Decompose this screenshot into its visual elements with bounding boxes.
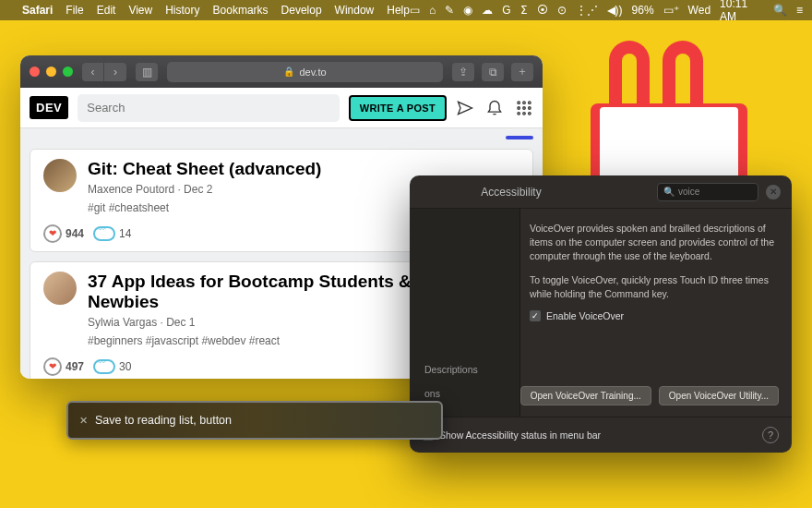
notification-center-icon[interactable]: ≡	[796, 4, 803, 17]
voiceover-text: Save to reading list, button	[95, 414, 232, 427]
forward-button[interactable]: ›	[104, 63, 126, 81]
dev-site-header: DEV WRITE A POST	[20, 88, 543, 128]
maximize-icon[interactable]	[63, 67, 73, 77]
svg-point-7	[523, 112, 526, 115]
svg-point-6	[518, 112, 520, 115]
enable-voiceover-checkbox[interactable]: ✓Enable VoiceOver	[530, 310, 777, 321]
reaction-count: 944	[66, 227, 84, 240]
reaction-count: 497	[66, 360, 84, 373]
clock-day[interactable]: Wed	[688, 4, 710, 17]
write-post-button[interactable]: WRITE A POST	[349, 95, 447, 121]
post-author[interactable]: Sylwia Vargas	[88, 316, 157, 329]
address-bar[interactable]: 🔒 dev.to	[167, 62, 443, 82]
comment-count: 14	[119, 227, 131, 240]
accessibility-icon[interactable]: ⦿	[537, 4, 548, 17]
status-icon[interactable]: G	[502, 4, 510, 17]
avatar[interactable]	[43, 159, 77, 192]
accessibility-prefpane: Accessibility 🔍voice ✕ Descriptions ons …	[410, 175, 792, 453]
url-text: dev.to	[299, 67, 326, 78]
svg-point-3	[518, 106, 520, 109]
close-icon[interactable]: ✕	[79, 415, 88, 427]
voiceover-caption-panel: ✕ Save to reading list, button	[66, 401, 443, 440]
checkbox-label: Enable VoiceOver	[546, 310, 624, 321]
volume-icon[interactable]: ◀))	[607, 4, 623, 17]
post-title[interactable]: Git: Cheat Sheet (advanced)	[88, 159, 321, 179]
checkbox-label: Show Accessibility status in menu bar	[439, 429, 601, 441]
lock-icon: 🔒	[283, 67, 294, 77]
post-tags[interactable]: #git #cheatsheet	[88, 201, 321, 214]
comment-count: 30	[119, 360, 131, 373]
search-icon: 🔍	[663, 187, 675, 197]
menu-edit[interactable]: Edit	[97, 4, 116, 17]
tabs-button[interactable]: ⧉	[482, 63, 504, 81]
svg-point-5	[529, 106, 531, 109]
connect-icon[interactable]	[456, 99, 474, 117]
menu-file[interactable]: File	[66, 4, 83, 17]
avatar[interactable]	[43, 272, 77, 305]
voiceover-hint: To toggle VoiceOver, quickly press Touch…	[530, 273, 777, 301]
show-status-checkbox[interactable]: ✓Show Accessibility status in menu bar	[423, 429, 601, 441]
dev-logo[interactable]: DEV	[30, 96, 68, 119]
search-value: voice	[678, 187, 699, 197]
wifi-icon[interactable]: ⋮⋰	[576, 4, 598, 17]
app-menu[interactable]: Safari	[22, 4, 53, 17]
prefpane-search[interactable]: 🔍voice	[657, 183, 758, 201]
clear-search-icon[interactable]: ✕	[766, 185, 781, 200]
clock-time[interactable]: 10:11 AM	[720, 0, 764, 23]
menu-view[interactable]: View	[128, 4, 152, 17]
window-title: Accessibility	[410, 186, 657, 199]
checkbox-icon: ✓	[530, 310, 541, 321]
voiceover-description: VoiceOver provides spoken and brailled d…	[530, 222, 777, 264]
comment-icon[interactable]	[93, 359, 115, 374]
heart-icon[interactable]: ❤	[43, 357, 62, 376]
menu-window[interactable]: Window	[335, 4, 375, 17]
books-app-icon	[591, 52, 747, 190]
svg-point-0	[518, 101, 520, 103]
spotlight-icon[interactable]: 🔍	[773, 4, 787, 17]
menu-help[interactable]: Help	[387, 4, 410, 17]
close-icon[interactable]	[30, 67, 40, 77]
status-icon[interactable]: ▭	[410, 4, 420, 17]
post-date: Dec 1	[166, 316, 195, 329]
svg-point-2	[529, 101, 531, 103]
status-icon[interactable]: ⌂	[429, 4, 436, 17]
share-button[interactable]: ⇪	[452, 63, 474, 81]
battery-percent: 96%	[632, 4, 654, 17]
post-date: Dec 2	[184, 183, 212, 196]
menu-develop[interactable]: Develop	[281, 4, 322, 17]
sidebar-button[interactable]: ▥	[136, 63, 158, 81]
cloud-icon[interactable]: ☁	[482, 4, 493, 17]
svg-point-1	[523, 101, 526, 103]
status-icon[interactable]: ◉	[463, 4, 472, 17]
back-button[interactable]: ‹	[82, 63, 104, 81]
evernote-icon[interactable]: ✎	[445, 4, 454, 17]
post-author[interactable]: Maxence Poutord	[88, 183, 174, 196]
help-icon[interactable]: ?	[762, 427, 779, 443]
minimize-icon[interactable]	[46, 67, 56, 77]
open-training-button[interactable]: Open VoiceOver Training...	[520, 386, 651, 405]
prefpane-sidebar: Descriptions ons	[410, 209, 520, 417]
status-icon[interactable]: ⊙	[557, 4, 567, 17]
battery-icon[interactable]: ▭⁺	[663, 4, 679, 17]
partial-card	[30, 136, 533, 143]
grid-icon[interactable]	[515, 99, 533, 117]
menu-bookmarks[interactable]: Bookmarks	[213, 4, 269, 17]
safari-toolbar: ‹ › ▥ 🔒 dev.to ⇪ ⧉ ＋	[20, 55, 543, 88]
macos-menubar: Safari File Edit View History Bookmarks …	[0, 0, 812, 20]
menu-history[interactable]: History	[165, 4, 199, 17]
open-utility-button[interactable]: Open VoiceOver Utility...	[659, 386, 779, 405]
search-input[interactable]	[78, 94, 340, 122]
svg-point-8	[529, 112, 531, 115]
comment-icon[interactable]	[93, 226, 115, 241]
svg-point-4	[523, 106, 526, 109]
heart-icon[interactable]: ❤	[43, 224, 62, 243]
window-traffic-lights[interactable]	[30, 67, 73, 77]
new-tab-button[interactable]: ＋	[511, 63, 533, 81]
sidebar-item-descriptions[interactable]: Descriptions	[415, 358, 514, 381]
notifications-icon[interactable]	[485, 99, 504, 117]
status-icon[interactable]: ⵉ	[520, 4, 528, 17]
